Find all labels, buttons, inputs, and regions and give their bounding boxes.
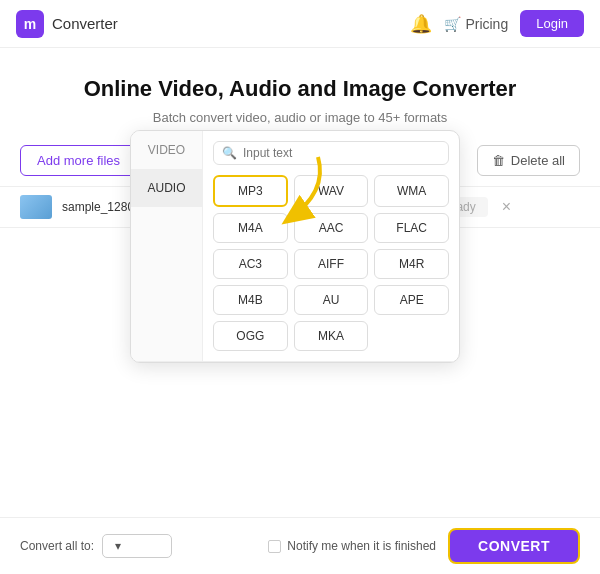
header-right: 🔔 🛒 Pricing Login bbox=[410, 10, 584, 37]
dropdown-right: 🔍 MP3 WAV WMA M4A AAC FLAC AC3 AIFF M4R … bbox=[203, 131, 459, 361]
notify-label: Notify me when it is finished bbox=[287, 539, 436, 553]
header-left: m Converter bbox=[16, 10, 118, 38]
hero-title: Online Video, Audio and Image Converter bbox=[20, 76, 580, 102]
logo-icon: m bbox=[16, 10, 44, 38]
format-wav[interactable]: WAV bbox=[294, 175, 369, 207]
dropdown-top: VIDEO AUDIO 🔍 MP3 WAV WMA M4A AAC FLAC A… bbox=[131, 131, 459, 362]
file-thumbnail bbox=[20, 195, 52, 219]
cart-icon[interactable]: 🛒 Pricing bbox=[444, 16, 508, 32]
app-header: m Converter 🔔 🛒 Pricing Login bbox=[0, 0, 600, 48]
delete-all-label: Delete all bbox=[511, 153, 565, 168]
delete-all-button[interactable]: 🗑 Delete all bbox=[477, 145, 580, 176]
convert-all-chevron: ▾ bbox=[115, 539, 121, 553]
pricing-link[interactable]: Pricing bbox=[465, 16, 508, 32]
format-m4r[interactable]: M4R bbox=[374, 249, 449, 279]
convert-all-select[interactable]: ▾ bbox=[102, 534, 172, 558]
bell-icon[interactable]: 🔔 bbox=[410, 13, 432, 35]
category-audio[interactable]: AUDIO bbox=[131, 169, 202, 207]
format-aac[interactable]: AAC bbox=[294, 213, 369, 243]
format-dropdown: VIDEO AUDIO 🔍 MP3 WAV WMA M4A AAC FLAC A… bbox=[130, 130, 460, 363]
format-search: 🔍 bbox=[213, 141, 449, 165]
bottom-right: Notify me when it is finished CONVERT bbox=[268, 528, 580, 564]
format-grid: MP3 WAV WMA M4A AAC FLAC AC3 AIFF M4R M4… bbox=[213, 175, 449, 351]
format-aiff[interactable]: AIFF bbox=[294, 249, 369, 279]
notify-checkbox[interactable] bbox=[268, 540, 281, 553]
hero-subtitle: Batch convert video, audio or image to 4… bbox=[20, 110, 580, 125]
search-input[interactable] bbox=[243, 146, 440, 160]
convert-all-section: Convert all to: ▾ bbox=[20, 534, 172, 558]
format-au[interactable]: AU bbox=[294, 285, 369, 315]
format-m4a[interactable]: M4A bbox=[213, 213, 288, 243]
format-ape[interactable]: APE bbox=[374, 285, 449, 315]
format-flac[interactable]: FLAC bbox=[374, 213, 449, 243]
search-icon: 🔍 bbox=[222, 146, 237, 160]
format-ogg[interactable]: OGG bbox=[213, 321, 288, 351]
format-mka[interactable]: MKA bbox=[294, 321, 369, 351]
category-list: VIDEO AUDIO bbox=[131, 131, 203, 361]
convert-button[interactable]: CONVERT bbox=[448, 528, 580, 564]
add-files-button[interactable]: Add more files bbox=[20, 145, 137, 176]
format-m4b[interactable]: M4B bbox=[213, 285, 288, 315]
login-button[interactable]: Login bbox=[520, 10, 584, 37]
trash-icon: 🗑 bbox=[492, 153, 505, 168]
convert-all-label: Convert all to: bbox=[20, 539, 94, 553]
format-wma[interactable]: WMA bbox=[374, 175, 449, 207]
format-mp3[interactable]: MP3 bbox=[213, 175, 288, 207]
notify-row: Notify me when it is finished bbox=[268, 539, 436, 553]
app-title: Converter bbox=[52, 15, 118, 32]
format-ac3[interactable]: AC3 bbox=[213, 249, 288, 279]
category-video[interactable]: VIDEO bbox=[131, 131, 202, 169]
remove-file-button[interactable]: × bbox=[502, 198, 511, 216]
bottom-bar: Convert all to: ▾ Notify me when it is f… bbox=[0, 517, 600, 574]
